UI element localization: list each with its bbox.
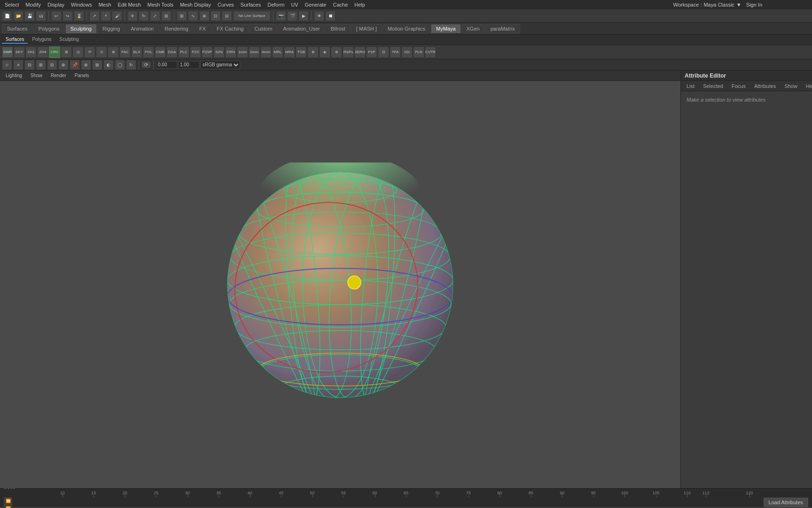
tab-fxcaching[interactable]: FX Caching (211, 24, 249, 33)
shelf-icon-pln[interactable]: PLN (413, 47, 424, 58)
shelf-tab-sculpting[interactable]: Sculpting (56, 36, 83, 44)
menu-item-uv[interactable]: UV (288, 1, 301, 8)
smooth-btn[interactable]: ◯ (115, 60, 125, 70)
open-file-btn[interactable]: 📂 (13, 11, 23, 21)
shelf-icon-1mm[interactable]: 1mm (237, 47, 248, 58)
shelf-icon-cvtr[interactable]: CVTR (425, 47, 436, 58)
value1-input[interactable] (156, 61, 177, 69)
sign-in-btn[interactable]: Sign In (743, 1, 765, 8)
shelf-icon-crn[interactable]: CRN (225, 47, 236, 58)
tab-rendering[interactable]: Rendering (159, 24, 194, 33)
load-attributes-btn[interactable]: Load Attributes (764, 498, 808, 507)
cycle-btn[interactable]: ↻ (126, 60, 136, 70)
shelf-icon-tfa[interactable]: TFA (390, 47, 401, 58)
shelf-icon-pzsp[interactable]: PZSP (202, 47, 213, 58)
shelf-icon-rsps[interactable]: RSPs (343, 47, 354, 58)
tab-mymaya[interactable]: MyMaya (431, 24, 461, 33)
menu-item-display[interactable]: Display (45, 1, 67, 8)
tab-animation-user[interactable]: Animation_User (278, 24, 325, 33)
seq-render-btn[interactable]: ▶ (298, 11, 309, 21)
shelf-icon-pol[interactable]: POL (143, 47, 154, 58)
shelf-icon-sky[interactable]: SKY (14, 47, 25, 58)
snap-grid-btn[interactable]: ⊞ (177, 11, 187, 21)
tab-rigging[interactable]: Rigging (97, 24, 125, 33)
shelf-icon-2mm[interactable]: 2mm (249, 47, 260, 58)
shelf-icon-blx[interactable]: BLX (131, 47, 142, 58)
snap-point-btn[interactable]: ⊕ (199, 11, 210, 21)
value2-input[interactable] (178, 61, 199, 69)
menu-item-editmesh[interactable]: Edit Mesh (115, 1, 144, 8)
shelf-icon-img6[interactable]: ⊗ (307, 47, 319, 58)
tab-xgen[interactable]: XGen (461, 24, 485, 33)
render-view-btn[interactable]: 📷 (276, 11, 286, 21)
transform-btn[interactable]: ⊞ (161, 11, 172, 21)
shelf-icon-tgb[interactable]: TGB (296, 47, 307, 58)
menu-item-surfaces[interactable]: Surfaces (238, 1, 264, 8)
snap-surface-btn[interactable]: ⊟ (222, 11, 232, 21)
attr-nav-list[interactable]: List (683, 82, 698, 90)
attr-nav-selected[interactable]: Selected (699, 82, 727, 90)
menu-item-generate[interactable]: Generate (302, 1, 329, 8)
tab-motion-graphics[interactable]: Motion Graphics (383, 24, 430, 33)
shelf-icon-mra[interactable]: MRA (284, 47, 295, 58)
shelf-icon-p2p[interactable]: P2P (366, 47, 377, 58)
play-next-btn[interactable]: ⏩ (4, 505, 12, 508)
ipr-btn[interactable]: 🎬 (287, 11, 297, 21)
shelf-icon-swr[interactable]: SWR (2, 47, 13, 58)
refresh-btn[interactable]: ⟳ (141, 61, 151, 68)
spreadsheet-btn[interactable]: ⊞ (36, 60, 46, 70)
menu-item-curves[interactable]: Curves (215, 1, 237, 8)
menu-item-modify[interactable]: Modify (23, 1, 44, 8)
workspace-dropdown-icon[interactable]: ▼ (736, 2, 742, 8)
tab-bifrost[interactable]: Bifrost (326, 24, 351, 33)
mag-btn[interactable]: ⊕ (81, 60, 91, 70)
play-prev-btn[interactable]: ⏪ (4, 497, 12, 505)
shelf-icon-4mm[interactable]: 4mm (260, 47, 272, 58)
scale-btn[interactable]: ⤢ (150, 11, 160, 21)
tab-custom[interactable]: Custom (250, 24, 278, 33)
shelf-icon-img4[interactable]: ⊙ (96, 47, 107, 58)
undo-btn[interactable]: ↩ (51, 11, 62, 21)
shelf-tab-surfaces[interactable]: Surfaces (2, 36, 28, 44)
tab-fx[interactable]: FX (194, 24, 211, 33)
channel-box-btn[interactable]: ≡ (13, 60, 23, 70)
vis-btn1[interactable]: 👁 (314, 11, 324, 21)
select-tool-btn[interactable]: ↗ (89, 11, 100, 21)
shelf-icon-img5[interactable]: ⊕ (108, 47, 119, 58)
menu-item-cache[interactable]: Cache (330, 1, 351, 8)
menu-item-windows[interactable]: Windows (68, 1, 95, 8)
snap-view-btn[interactable]: ⊡ (211, 11, 221, 21)
tab-paramatrix[interactable]: paraMatrix (485, 24, 520, 33)
menu-item-meshdisplay[interactable]: Mesh Display (177, 1, 214, 8)
shelf-icon-pzs[interactable]: PZS (190, 47, 201, 58)
shelf-icon-fac[interactable]: FAC (119, 47, 131, 58)
snap-all-btn[interactable]: ⊹ (2, 60, 12, 70)
vis-btn2[interactable]: 🔲 (325, 11, 336, 21)
move-btn[interactable]: ✛ (127, 11, 138, 21)
shelf-icon-mrl[interactable]: MRL (272, 47, 283, 58)
undo-queue-btn[interactable]: ⌛ (74, 11, 84, 21)
vpm-panels[interactable]: Panels (71, 72, 93, 79)
save-as-btn[interactable]: 🗂 (36, 11, 46, 21)
wire-btn[interactable]: ⊞ (92, 60, 102, 70)
menu-item-meshtools[interactable]: Mesh Tools (145, 1, 176, 8)
vpm-render[interactable]: Render (47, 72, 70, 79)
lasso-tool-btn[interactable]: ⌖ (101, 11, 111, 21)
tab-mash[interactable]: [ MASH ] (351, 24, 382, 33)
shelf-icon-s2n[interactable]: S2N (213, 47, 225, 58)
rotate-btn[interactable]: ↻ (139, 11, 149, 21)
attr-nav-focus[interactable]: Focus (728, 82, 750, 90)
menu-item-help[interactable]: Help (351, 1, 368, 8)
no-live-surface-btn[interactable]: No Live Surface (233, 11, 271, 21)
vpm-lighting[interactable]: Lighting (2, 72, 26, 79)
shelf-icon-cmb[interactable]: CMB (155, 47, 166, 58)
shelf-icon-igi[interactable]: IGI (401, 47, 413, 58)
shelf-icon-plc[interactable]: PLC (178, 47, 189, 58)
new-file-btn[interactable]: 📄 (2, 11, 12, 21)
shading-btn[interactable]: ◐ (103, 60, 114, 70)
shelf-icon-zh1[interactable]: ZH1 (25, 47, 37, 58)
shelf-icon-img2[interactable]: ◎ (72, 47, 84, 58)
shelf-icon-dsa[interactable]: DSA (166, 47, 178, 58)
shelf-icon-img8[interactable]: ⊛ (331, 47, 342, 58)
save-file-btn[interactable]: 💾 (24, 11, 35, 21)
